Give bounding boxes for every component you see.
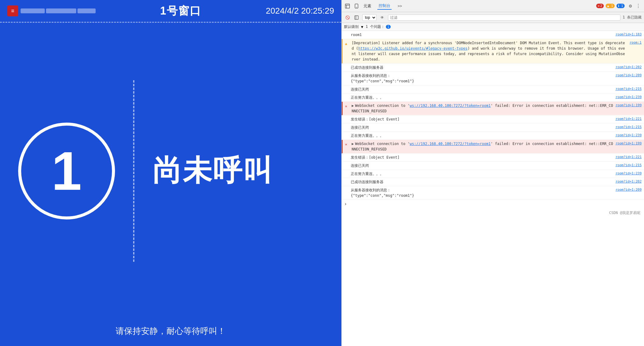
entry-source[interactable]: room?id=1:209 <box>616 73 642 78</box>
entry-source[interactable]: room:1 <box>629 40 642 45</box>
clear-console-icon[interactable]: 🚫 <box>344 14 351 21</box>
svg-rect-3 <box>355 4 358 8</box>
console-entry: 连接已关闭 room?id=1:215 <box>342 85 644 94</box>
tab-console[interactable]: 控制台 <box>377 2 392 10</box>
circle-number-display: 1 <box>18 123 115 219</box>
entry-icon <box>344 172 349 176</box>
info-badge: ℹ 1 <box>616 4 625 8</box>
entry-content-deprecation: [Deprecation] Listener added for a synch… <box>352 40 627 62</box>
console-entry-error: ✕ ▶WebSocket connection to 'ws://192.168… <box>342 102 644 115</box>
console-entry: 已成功连接到服务器 room?id=1:202 <box>342 178 644 186</box>
svg-rect-0 <box>345 4 350 8</box>
devtools-panel: 元素 控制台 >> ✕ 2 ▲ 1 ℹ 1 ⚙ ⋮ 🚫 top 👁 1 条已隐藏 <box>341 0 644 346</box>
console-entry: 发生错误：[object Event] room?id=1:221 <box>342 115 644 124</box>
entry-source[interactable]: room?id=1:209 <box>616 187 642 193</box>
devtools-tabs: 元素 控制台 >> <box>362 2 594 10</box>
entry-source[interactable]: room?id=1:215 <box>616 87 642 92</box>
device-icon[interactable] <box>353 3 360 9</box>
eye-icon[interactable]: 👁 <box>379 14 386 21</box>
console-entry: 发生错误：[object Event] room?id=1:221 <box>342 153 644 162</box>
header-left: ≡ <box>7 5 96 16</box>
console-entry-error: ✕ ▶WebSocket connection to 'ws://192.168… <box>342 140 644 153</box>
console-entry: 正在努力重连。。。 room?id=1:239 <box>342 132 644 140</box>
context-selector[interactable]: top <box>362 14 376 21</box>
expand-arrow[interactable]: ▶ <box>352 142 354 146</box>
level-dropdown-arrow[interactable]: ▼ <box>361 25 363 29</box>
entry-content: 正在努力重连。。。 <box>351 95 613 100</box>
entry-source[interactable]: room?id=1:221 <box>616 117 642 122</box>
console-entry: 从服务器接收到的消息：{"type":"conn","msg":"room1"}… <box>342 72 644 85</box>
hidden-count: 1 条已隐藏 <box>623 15 642 20</box>
console-entry: 连接已关闭 room?id=1:215 <box>342 124 644 132</box>
entry-icon <box>344 87 349 92</box>
entry-content: 连接已关闭 <box>351 163 613 168</box>
footer-text: 请保持安静，耐心等待呼叫！ <box>0 319 341 346</box>
filter-input[interactable] <box>388 15 620 21</box>
entry-source[interactable]: room?id=1:215 <box>616 163 642 168</box>
console-entry: 正在努力重连。。。 room?id=1:239 <box>342 170 644 178</box>
status-text: 尚未呼叫 <box>153 151 274 191</box>
devtools-toolbar: 元素 控制台 >> ✕ 2 ▲ 1 ℹ 1 ⚙ ⋮ <box>342 0 644 12</box>
entry-content: 正在努力重连。。。 <box>351 133 613 138</box>
console-entry: 连接已关闭 room?id=1:215 <box>342 162 644 170</box>
entry-icon <box>344 133 349 138</box>
ws-link[interactable]: ws://192.168.40.100:7272/?token=room1 <box>410 104 491 108</box>
devtools-settings: ⚙ ⋮ <box>627 3 642 9</box>
entry-content: 连接已关闭 <box>351 87 613 92</box>
expand-arrow[interactable]: ▶ <box>352 104 354 108</box>
entry-content-ws-error-2: ▶WebSocket connection to 'ws://192.168.4… <box>352 141 613 152</box>
console-entry: 已成功连接到服务器 room?id=1:202 <box>342 64 644 72</box>
console-expand-row[interactable]: › <box>342 200 644 208</box>
entry-source[interactable]: room?id=1:202 <box>616 179 642 184</box>
tab-more[interactable]: >> <box>396 3 403 9</box>
console-entry-warning: ▲ [Deprecation] Listener added for a syn… <box>342 39 644 64</box>
entry-icon <box>344 180 349 185</box>
app-header: ≡ 1号窗口 2024/4/2 20:25:29 <box>0 0 341 22</box>
entry-content: 已成功连接到服务器 <box>351 65 613 70</box>
console-entry: 从服务器接收到的消息：{"type":"conn","msg":"room1"}… <box>342 186 644 200</box>
more-options-icon[interactable]: ⋮ <box>635 3 642 9</box>
warning-badge: ▲ 1 <box>606 4 615 8</box>
sidebar-toggle-icon[interactable] <box>353 14 360 21</box>
inspect-icon[interactable] <box>344 3 351 9</box>
tab-elements[interactable]: 元素 <box>362 3 373 9</box>
error-badge: ✕ 2 <box>596 4 604 8</box>
entry-source[interactable]: room?id=1:239 <box>616 171 642 176</box>
devtools-subbar: 🚫 top 👁 1 条已隐藏 <box>342 12 644 23</box>
devtools-badges: ✕ 2 ▲ 1 ℹ 1 <box>596 4 625 8</box>
breadcrumb-item-2 <box>46 8 76 13</box>
entry-source[interactable]: room?id=1:199 <box>616 141 642 146</box>
entry-content: 从服务器接收到的消息：{"type":"conn","msg":"room1"} <box>351 187 613 198</box>
svg-rect-5 <box>355 16 358 19</box>
entry-icon <box>344 188 349 193</box>
error-icon: ✕ <box>345 142 350 147</box>
entry-source[interactable]: room?id=1:239 <box>616 133 642 138</box>
error-icon: ✕ <box>345 104 350 108</box>
entry-content: 正在努力重连。。。 <box>351 171 613 176</box>
entry-source[interactable]: room?id=1:183 <box>616 32 642 37</box>
settings-icon[interactable]: ⚙ <box>627 3 634 9</box>
console-panel: room1 room?id=1:183 ▲ [Deprecation] List… <box>342 31 644 346</box>
main-app-panel: ≡ 1号窗口 2024/4/2 20:25:29 1 尚未呼叫 请保持安静，耐心… <box>0 0 341 346</box>
entry-source[interactable]: room?id=1:202 <box>616 65 642 70</box>
entry-source[interactable]: room?id=1:239 <box>616 95 642 100</box>
issues-label: 1 个问题： 1 <box>366 24 391 29</box>
entry-source[interactable]: room?id=1:199 <box>616 103 642 108</box>
deprecation-link[interactable]: https://w3c.github.io/uievents/#legacy-e… <box>358 46 468 51</box>
entry-content: room1 <box>351 32 613 38</box>
entry-icon <box>344 155 349 160</box>
entry-content: 从服务器接收到的消息：{"type":"conn","msg":"room1"} <box>351 73 613 84</box>
app-logo: ≡ <box>7 5 18 16</box>
warning-icon: ▲ <box>345 41 350 46</box>
ws-link-2[interactable]: ws://192.168.40.100:7272/?token=room1 <box>410 142 491 146</box>
breadcrumb-item-1 <box>21 8 45 13</box>
entry-content: 发生错误：[object Event] <box>351 155 613 160</box>
header-datetime: 2024/4/2 20:25:29 <box>266 6 334 16</box>
entry-content: 已成功连接到服务器 <box>351 179 613 185</box>
breadcrumb-item-3 <box>77 8 96 13</box>
entry-icon <box>344 74 349 78</box>
header-breadcrumb <box>21 8 96 13</box>
entry-source[interactable]: room?id=1:221 <box>616 155 642 160</box>
entry-source[interactable]: room?id=1:215 <box>616 125 642 130</box>
watermark: CSDN @我是罗易呢 <box>342 208 644 218</box>
